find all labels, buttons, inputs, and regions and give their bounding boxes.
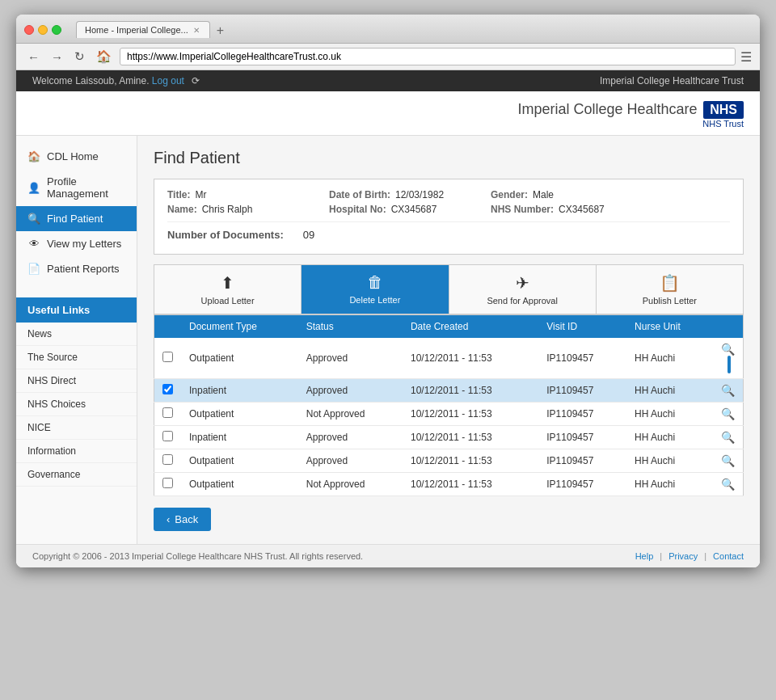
- row-checkbox[interactable]: [162, 407, 173, 418]
- table-header-row: Document Type Status Date Created Visit …: [154, 315, 744, 339]
- send-icon: ✈: [516, 273, 529, 293]
- publish-letter-button[interactable]: 📋 Publish Letter: [597, 265, 743, 314]
- zoom-button[interactable]: 🔍: [721, 478, 735, 491]
- logout-link[interactable]: Log out: [152, 75, 184, 86]
- zoom-button[interactable]: 🔍: [721, 431, 735, 444]
- row-checkbox-cell[interactable]: [154, 403, 182, 426]
- row-checkbox[interactable]: [162, 478, 173, 488]
- patient-nhs-field: NHS Number: CX345687: [491, 204, 636, 215]
- sidebar-link-nhs-choices[interactable]: NHS Choices: [16, 393, 137, 416]
- row-date: 10/12/2011 - 11:53: [403, 449, 538, 473]
- row-visit-id: IP1109457: [538, 403, 626, 426]
- upload-icon: ⬆: [221, 273, 234, 293]
- reload-button[interactable]: ↻: [71, 48, 88, 65]
- row-nurse-unit: HH Auchi: [626, 426, 713, 449]
- sidebar-item-patient-reports[interactable]: 📄 Patient Reports: [16, 256, 137, 281]
- zoom-button[interactable]: 🔍: [721, 454, 735, 467]
- col-status[interactable]: Status: [298, 315, 403, 339]
- nhs-label: NHS Number:: [491, 204, 554, 215]
- row-status: Approved: [298, 426, 403, 449]
- row-zoom-cell[interactable]: 🔍: [713, 426, 744, 449]
- sidebar-link-news[interactable]: News: [16, 323, 137, 346]
- row-checkbox[interactable]: [162, 454, 173, 465]
- row-checkbox-cell[interactable]: [154, 473, 182, 496]
- row-checkbox-cell[interactable]: [154, 338, 182, 379]
- address-bar[interactable]: [120, 48, 736, 65]
- new-tab-button[interactable]: +: [212, 23, 229, 38]
- zoom-button[interactable]: 🔍: [721, 384, 735, 397]
- footer-links: Help | Privacy | Contact: [635, 551, 744, 561]
- back-nav-button[interactable]: ←: [24, 48, 43, 65]
- upload-label: Upload Letter: [201, 296, 255, 306]
- nhs-logo: Imperial College Healthcare NHS NHS Trus…: [517, 101, 744, 129]
- row-date: 10/12/2011 - 11:53: [403, 379, 538, 403]
- row-date: 10/12/2011 - 11:53: [403, 426, 538, 449]
- sidebar-link-information[interactable]: Information: [16, 440, 137, 463]
- row-date: 10/12/2011 - 11:53: [403, 338, 538, 379]
- sidebar-link-nhs-direct[interactable]: NHS Direct: [16, 369, 137, 393]
- delete-letter-button[interactable]: 🗑 Delete Letter: [302, 265, 449, 314]
- send-approval-button[interactable]: ✈ Send for Approval: [449, 265, 597, 314]
- row-checkbox[interactable]: [162, 431, 173, 441]
- maximize-button[interactable]: [52, 25, 61, 35]
- minimize-button[interactable]: [38, 25, 48, 35]
- row-visit-id: IP1109457: [538, 449, 626, 473]
- sidebar-link-nice[interactable]: NICE: [16, 416, 137, 440]
- row-checkbox[interactable]: [162, 384, 173, 394]
- sidebar-link-the-source[interactable]: The Source: [16, 346, 137, 369]
- patient-row-1: Title: Mr Date of Birth: 12/03/1982 Gend…: [167, 189, 730, 200]
- col-doc-type[interactable]: Document Type: [181, 315, 298, 339]
- tab-close-icon[interactable]: ✕: [193, 26, 200, 35]
- active-tab[interactable]: Home - Imperial College... ✕: [76, 21, 210, 38]
- row-zoom-cell[interactable]: 🔍: [713, 338, 744, 379]
- footer-sep-2: |: [704, 551, 706, 561]
- table-row: Outpatient Not Approved 10/12/2011 - 11:…: [154, 403, 744, 426]
- row-visit-id: IP1109457: [538, 338, 626, 379]
- patient-row-2: Name: Chris Ralph Hospital No: CX345687 …: [167, 204, 730, 215]
- num-docs-row: Number of Documents: 09: [167, 221, 730, 241]
- sidebar-item-profile-management[interactable]: 👤 Profile Management: [16, 169, 137, 206]
- zoom-button[interactable]: 🔍: [721, 407, 735, 420]
- browser-titlebar: Home - Imperial College... ✕ +: [16, 15, 760, 44]
- footer-contact-link[interactable]: Contact: [713, 551, 744, 561]
- row-doc-type: Outpatient: [181, 338, 298, 379]
- patient-title-field: Title: Mr: [167, 189, 313, 200]
- traffic-lights: [24, 25, 61, 35]
- forward-nav-button[interactable]: →: [48, 48, 66, 65]
- close-button[interactable]: [24, 25, 34, 35]
- upload-letter-button[interactable]: ⬆ Upload Letter: [154, 265, 302, 314]
- footer-help-link[interactable]: Help: [635, 551, 654, 561]
- col-nurse-unit[interactable]: Nurse Unit: [626, 315, 713, 339]
- row-nurse-unit: HH Auchi: [626, 379, 713, 403]
- col-visit-id[interactable]: Visit ID: [538, 315, 626, 339]
- row-zoom-cell[interactable]: 🔍: [713, 379, 744, 403]
- back-button[interactable]: ‹ Back: [154, 508, 211, 531]
- row-checkbox-cell[interactable]: [154, 449, 182, 473]
- sidebar-item-view-letters[interactable]: 👁 View my Letters: [16, 231, 137, 256]
- row-checkbox[interactable]: [162, 352, 173, 362]
- table-body: Outpatient Approved 10/12/2011 - 11:53 I…: [154, 338, 744, 496]
- row-status: Not Approved: [298, 403, 403, 426]
- browser-menu-icon[interactable]: ☰: [740, 49, 752, 65]
- row-zoom-cell[interactable]: 🔍: [713, 403, 744, 426]
- sidebar-link-governance[interactable]: Governance: [16, 463, 137, 487]
- row-zoom-cell[interactable]: 🔍: [713, 473, 744, 496]
- sidebar-item-find-patient[interactable]: 🔍 Find Patient: [16, 206, 137, 231]
- nhs-value: CX345687: [559, 204, 605, 215]
- zoom-button[interactable]: 🔍: [721, 343, 735, 356]
- row-checkbox-cell[interactable]: [154, 426, 182, 449]
- col-date-created[interactable]: Date Created: [403, 315, 538, 339]
- row-nurse-unit: HH Auchi: [626, 449, 713, 473]
- row-checkbox-cell[interactable]: [154, 379, 182, 403]
- refresh-icon[interactable]: ⟳: [192, 75, 200, 86]
- table-row: Outpatient Approved 10/12/2011 - 11:53 I…: [154, 338, 744, 379]
- footer-privacy-link[interactable]: Privacy: [668, 551, 698, 561]
- sidebar-item-cdl-home[interactable]: 🏠 CDL Home: [16, 144, 137, 169]
- footer-sep-1: |: [660, 551, 662, 561]
- org-name: Imperial College Healthcare Trust: [600, 75, 744, 86]
- copyright-text: Copyright © 2006 - 2013 Imperial College…: [32, 551, 363, 561]
- sidebar: 🏠 CDL Home 👤 Profile Management 🔍 Find P…: [16, 136, 137, 544]
- publish-label: Publish Letter: [643, 296, 697, 306]
- row-zoom-cell[interactable]: 🔍: [713, 449, 744, 473]
- home-nav-button[interactable]: 🏠: [93, 48, 115, 65]
